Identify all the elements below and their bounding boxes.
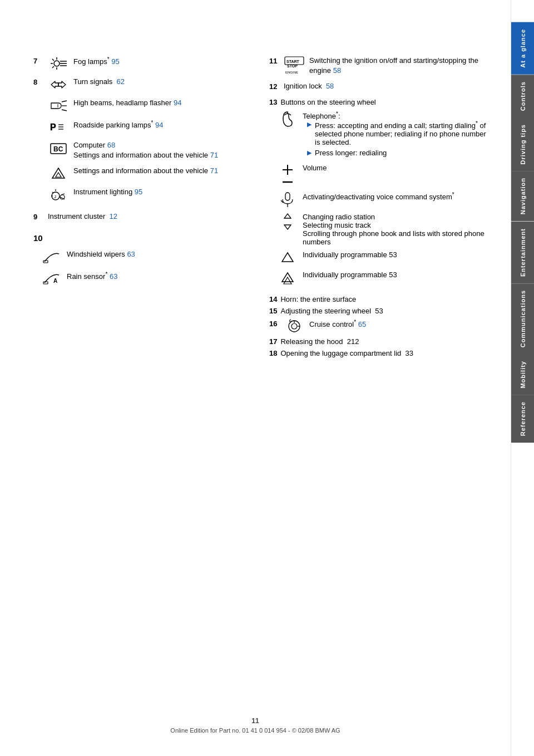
entry-17: 17 Releasing the hood 212 [269, 337, 488, 346]
volume-plus-icon [277, 164, 298, 176]
sidebar-item-mobility[interactable]: Mobility [511, 354, 535, 395]
entry-num-11: 11 [269, 56, 281, 66]
high-beams-icon [48, 98, 69, 114]
radio-line-3: Scrolling through phone book and lists w… [303, 229, 488, 246]
entry-12-link[interactable]: 58 [326, 82, 334, 90]
entry-8-link[interactable]: 62 [117, 77, 125, 86]
svg-line-4 [52, 59, 54, 61]
sidebar-item-at-glance[interactable]: At a glance [511, 22, 535, 75]
bc-link2[interactable]: 71 [210, 151, 218, 159]
parking-lamps-icon: P P [48, 119, 69, 135]
entry-13-header: 13 Buttons on the steering wheel [269, 98, 488, 106]
bc-text: Computer 68 Settings and information abo… [73, 140, 253, 160]
entry-15: 15 Adjusting the steering wheel 53 [269, 307, 488, 315]
entry-num-7: 7 [33, 56, 46, 66]
settings-link[interactable]: 71 [210, 166, 218, 175]
entry-8: 8 Turn signals 62 [33, 77, 253, 92]
entry-13-label: Buttons on the steering wheel [280, 98, 375, 106]
telephone-bullet-1: ▶ Press: accepting and ending a call; st… [303, 120, 488, 146]
telephone-bullet-2: ▶ Press longer: redialing [303, 149, 488, 157]
bc-link[interactable]: 68 [107, 141, 115, 149]
svg-text:A: A [53, 278, 57, 284]
entry-11-text: Switching the ignition on/off and starti… [309, 56, 488, 76]
svg-point-50 [291, 323, 297, 329]
radio-entry: Changing radio station Selecting music t… [277, 213, 488, 246]
entry-17-link[interactable]: 212 [347, 337, 359, 346]
entry-16: 16 Cruise control* 65 [269, 318, 488, 334]
voice-command-text: Activating/deactivating voice command sy… [303, 192, 454, 201]
prog1-link[interactable]: 53 [389, 251, 397, 259]
entry-num-12: 12 [269, 81, 281, 92]
entry-16-text: Cruise control* 65 [309, 318, 488, 330]
sidebar-item-driving-tips[interactable]: Driving tips [511, 117, 535, 171]
entry-wipers: Windshield wipers 63 [41, 249, 253, 265]
entry-9-link[interactable]: 12 [110, 212, 117, 220]
sidebar-item-communications[interactable]: Communications [511, 283, 535, 354]
svg-line-14 [62, 110, 67, 111]
svg-line-27 [52, 192, 53, 193]
svg-text:START: START [286, 60, 300, 63]
telephone-bullet-2-text: Press longer: redialing [315, 149, 387, 157]
entry-18-text: Opening the luggage compartment lid 33 [280, 349, 413, 357]
sidebar: At a glance Controls Driving tips Naviga… [511, 0, 534, 756]
entry-17-text: Releasing the hood 212 [280, 337, 359, 346]
svg-line-5 [52, 66, 54, 68]
entry-12-text: Ignition lock 58 [284, 81, 488, 91]
prog1-entry: Individually programmable 53 [277, 251, 488, 266]
telephone-entry: Telephone*: ▶ Press: accepting and endin… [277, 111, 488, 160]
entry-num-8: 8 [33, 77, 46, 87]
prog2-link[interactable]: 53 [389, 271, 397, 279]
entry-9: 9 Instrument cluster 12 [33, 212, 253, 222]
entry-instrument-lighting: J Instrument lighting 95 [33, 187, 253, 203]
entry-11-link[interactable]: 58 [333, 66, 341, 75]
entry-bc: BC Computer 68 Settings and information … [33, 140, 253, 160]
entry-16-link[interactable]: 65 [358, 321, 366, 329]
sidebar-item-reference[interactable]: Reference [511, 395, 535, 443]
entry-7-link[interactable]: 95 [111, 57, 119, 66]
svg-text:ENGINE: ENGINE [285, 71, 298, 74]
entry-18-link[interactable]: 33 [406, 349, 413, 357]
entry-rain-sensor: A Rain sensor* 63 [41, 271, 253, 286]
radio-line-2: Selecting music track [303, 221, 488, 229]
high-beams-text: High beams, headlamp flasher 94 [73, 98, 253, 108]
telephone-label: Telephone*: [303, 111, 488, 120]
page-number: 11 [0, 717, 511, 725]
high-beams-link[interactable]: 94 [174, 99, 181, 107]
volume-minus-icon [277, 178, 298, 186]
two-col-layout: 7 [33, 56, 488, 361]
page-container: 7 [0, 0, 534, 756]
left-column: 7 [33, 56, 253, 361]
prog1-text: Individually programmable 53 [303, 251, 397, 259]
instrument-lighting-icon: J [48, 187, 69, 203]
entry-num-15: 15 [269, 307, 277, 315]
entry-15-link[interactable]: 53 [375, 307, 383, 315]
entry-num-14: 14 [269, 295, 277, 303]
entry-10: 10 [33, 232, 253, 244]
start-stop-icon: START STOP ENGINE [284, 56, 305, 76]
svg-marker-23 [56, 173, 61, 177]
volume-label: Volume [303, 164, 327, 172]
svg-line-12 [62, 101, 67, 102]
cruise-control-icon [284, 318, 305, 334]
entry-15-text: Adjusting the steering wheel 53 [280, 307, 383, 315]
windshield-wipers-icon [41, 249, 62, 265]
svg-point-0 [54, 61, 60, 66]
right-column: 11 START STOP ENGINE Switching the ignit… [269, 56, 488, 361]
instrument-lighting-link[interactable]: 95 [135, 188, 142, 196]
prog2-text: Individually programmable 53 [303, 271, 397, 279]
sidebar-item-navigation[interactable]: Navigation [511, 171, 535, 221]
main-content: 7 [0, 0, 511, 756]
svg-text:STOP: STOP [287, 64, 298, 68]
telephone-content: Telephone*: ▶ Press: accepting and endin… [303, 111, 488, 160]
entry-settings: Settings and information about the vehic… [33, 166, 253, 181]
svg-text:J: J [54, 194, 56, 199]
sidebar-item-controls[interactable]: Controls [511, 75, 535, 117]
rain-sensor-icon: A [41, 271, 62, 286]
entry-num-9: 9 [33, 212, 46, 222]
wipers-link[interactable]: 63 [127, 250, 135, 258]
svg-marker-10 [58, 81, 66, 88]
entry-14-text: Horn: the entire surface [280, 295, 356, 303]
parking-lamps-link[interactable]: 94 [155, 121, 163, 129]
rain-sensor-link[interactable]: 63 [110, 272, 117, 281]
sidebar-item-entertainment[interactable]: Entertainment [511, 222, 535, 283]
